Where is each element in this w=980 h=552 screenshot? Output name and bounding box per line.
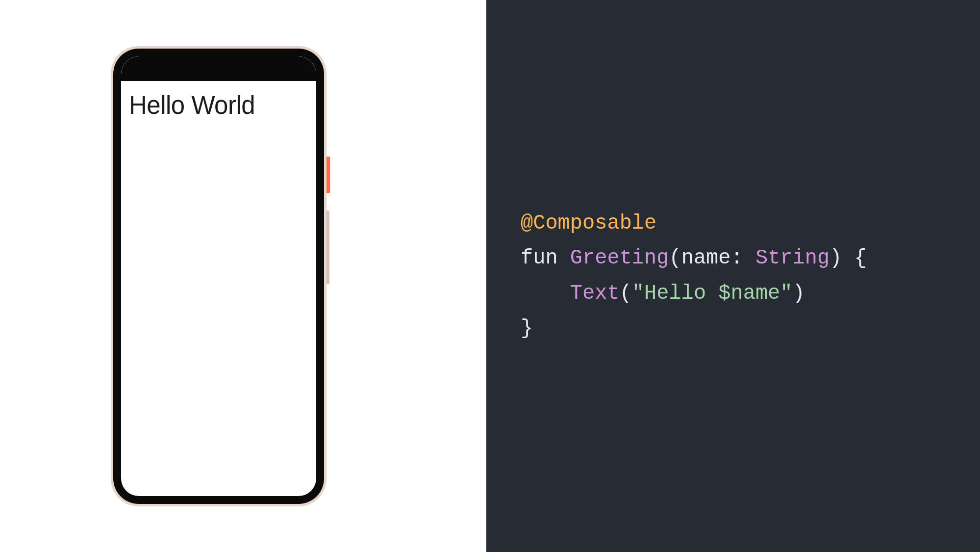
string-token: "Hello $name" <box>632 282 793 305</box>
colon-token: : <box>731 246 755 270</box>
keyword-token: fun <box>521 246 570 270</box>
phone-bezel: Hello World <box>113 49 324 504</box>
greeting-text: Hello World <box>129 91 308 120</box>
call-token: Text <box>570 282 620 305</box>
function-name-token: Greeting <box>570 246 669 270</box>
phone-screen: Hello World <box>121 56 316 496</box>
volume-button <box>327 210 329 284</box>
code-snippet: @Composable fun Greeting(name: String) {… <box>521 206 867 346</box>
app-content: Hello World <box>121 81 316 130</box>
status-bar-area <box>121 56 316 81</box>
power-button <box>327 157 330 193</box>
param-token: name <box>681 246 731 270</box>
annotation-token: @Composable <box>521 211 656 235</box>
brace-token: } <box>521 316 533 340</box>
paren-token: ) <box>829 246 842 270</box>
brace-token: { <box>842 246 866 270</box>
paren-token: ( <box>669 246 681 270</box>
indent <box>521 282 570 305</box>
phone-mockup: Hello World <box>111 46 327 506</box>
paren-token: ( <box>620 282 632 305</box>
code-panel: @Composable fun Greeting(name: String) {… <box>486 0 980 552</box>
type-token: String <box>755 246 829 270</box>
preview-panel: Hello World <box>0 0 486 552</box>
paren-token: ) <box>793 282 805 305</box>
